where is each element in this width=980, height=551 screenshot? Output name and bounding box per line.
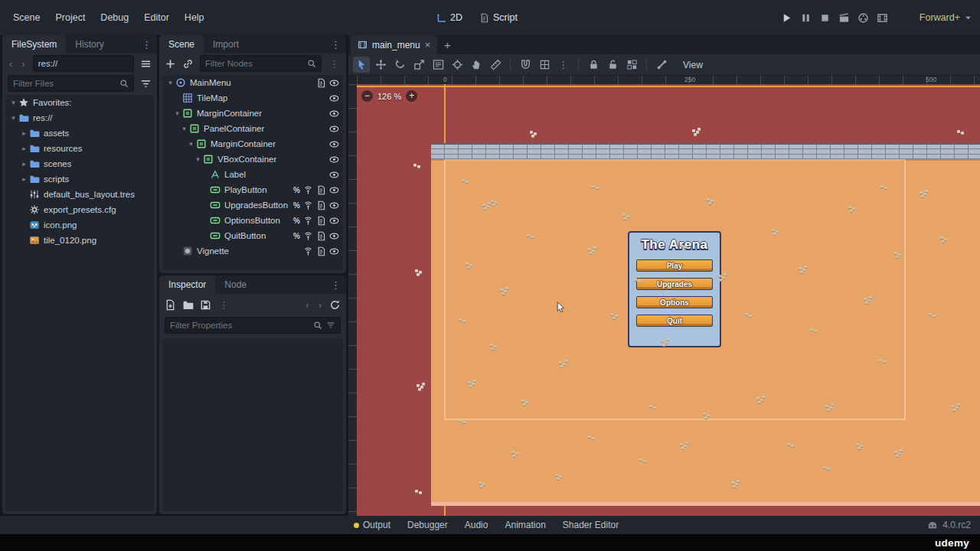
unique-name-icon[interactable]: % bbox=[293, 201, 300, 210]
filter-files-input[interactable]: Filter Files bbox=[8, 75, 134, 92]
current-path-box[interactable]: res:// bbox=[33, 55, 134, 72]
script-icon[interactable] bbox=[316, 201, 326, 210]
scene-node-tilemap[interactable]: TileMap bbox=[162, 90, 343, 106]
ruler-tool-button[interactable] bbox=[487, 57, 504, 73]
script-icon[interactable] bbox=[316, 246, 326, 256]
eye-icon[interactable] bbox=[329, 109, 339, 119]
object-properties-icon[interactable] bbox=[329, 299, 341, 311]
load-resource-icon[interactable] bbox=[182, 299, 194, 311]
scene-node-margincontainer[interactable]: ▾MarginContainer bbox=[162, 136, 343, 152]
file-item-export-presets-cfg[interactable]: export_presets.cfg bbox=[5, 202, 154, 217]
scene-node-panelcontainer[interactable]: ▾PanelContainer bbox=[162, 121, 343, 136]
history-back-icon[interactable]: ‹ bbox=[304, 299, 310, 311]
menu-scene[interactable]: Scene bbox=[6, 8, 47, 27]
signal-icon[interactable] bbox=[303, 231, 313, 241]
eye-icon[interactable] bbox=[329, 78, 339, 88]
scene-node-quitbutton[interactable]: QuitButton% bbox=[162, 228, 343, 243]
pause-button[interactable] bbox=[800, 12, 812, 24]
resource-menu-icon[interactable]: ⋮ bbox=[217, 299, 230, 311]
file-item-scripts[interactable]: ▸scripts bbox=[5, 171, 154, 187]
expander-icon[interactable]: ▾ bbox=[165, 79, 175, 86]
signal-icon[interactable] bbox=[303, 201, 313, 210]
eye-icon[interactable] bbox=[329, 124, 339, 134]
filter-properties-input[interactable]: Filter Properties bbox=[165, 317, 341, 334]
filesystem-tab-history[interactable]: History bbox=[66, 35, 113, 54]
movie-writer-button[interactable] bbox=[877, 12, 888, 24]
eye-icon[interactable] bbox=[329, 216, 339, 226]
eye-icon[interactable] bbox=[329, 185, 339, 195]
filter-nodes-input[interactable]: Filter Nodes bbox=[200, 55, 322, 72]
filesystem-tab-menu-icon[interactable]: ⋮ bbox=[136, 35, 157, 54]
group-button[interactable] bbox=[623, 57, 640, 73]
eye-icon[interactable] bbox=[329, 170, 339, 180]
expander-icon[interactable]: ▸ bbox=[19, 175, 29, 183]
script-icon[interactable] bbox=[316, 78, 326, 88]
add-node-icon[interactable] bbox=[165, 58, 176, 70]
save-resource-icon[interactable] bbox=[200, 299, 211, 311]
toggle-split-mode-icon[interactable] bbox=[140, 58, 152, 70]
list-select-button[interactable] bbox=[430, 57, 446, 73]
file-item-resources[interactable]: ▸resources bbox=[5, 141, 154, 156]
bottom-tab-shader-editor[interactable]: Shader Editor bbox=[563, 520, 619, 530]
menu-project[interactable]: Project bbox=[48, 8, 92, 27]
file-sort-icon[interactable] bbox=[140, 78, 152, 90]
scene-node-vboxcontainer[interactable]: ▾VBoxContainer bbox=[162, 152, 343, 167]
expander-icon[interactable]: ▾ bbox=[8, 99, 18, 106]
instance-scene-icon[interactable] bbox=[182, 58, 194, 70]
zoom-out-button[interactable]: − bbox=[361, 90, 373, 102]
scene-tab-main-menu[interactable]: main_menu × bbox=[351, 35, 437, 54]
play-custom-scene-button[interactable] bbox=[858, 12, 869, 24]
signal-icon[interactable] bbox=[303, 216, 313, 226]
scene-node-playbutton[interactable]: PlayButton% bbox=[162, 182, 343, 197]
grid-snap-button[interactable] bbox=[536, 57, 553, 73]
eye-icon[interactable] bbox=[329, 201, 339, 210]
filesystem-tab-filesystem[interactable]: FileSystem bbox=[2, 35, 66, 54]
pivot-tool-button[interactable] bbox=[449, 57, 466, 73]
eye-icon[interactable] bbox=[329, 139, 339, 149]
file-item-assets[interactable]: ▸assets bbox=[5, 126, 154, 141]
file-item-scenes[interactable]: ▸scenes bbox=[5, 156, 154, 171]
eye-icon[interactable] bbox=[329, 93, 339, 103]
add-scene-tab-button[interactable]: + bbox=[437, 35, 457, 54]
inspector-tab-menu-icon[interactable]: ⋮ bbox=[325, 276, 346, 294]
file-item-res-[interactable]: ▾res:// bbox=[5, 110, 154, 126]
menu-help[interactable]: Help bbox=[178, 8, 211, 27]
scene-node-optionsbutton[interactable]: OptionsButton% bbox=[162, 213, 343, 228]
expander-icon[interactable]: ▾ bbox=[179, 125, 189, 132]
canvas-2d[interactable]: The Arena PlayUpgradesOptionsQuit − 126 … bbox=[357, 84, 980, 516]
scene-menu-icon[interactable]: ⋮ bbox=[328, 58, 341, 70]
inspector-tab-node[interactable]: Node bbox=[215, 276, 256, 294]
expander-icon[interactable]: ▸ bbox=[19, 145, 29, 152]
eye-icon[interactable] bbox=[329, 231, 339, 241]
file-item-icon-png[interactable]: icon.png bbox=[5, 217, 154, 233]
nav-forward-icon[interactable]: › bbox=[20, 58, 26, 70]
context-tab-script[interactable]: Script bbox=[479, 12, 518, 23]
play-button[interactable] bbox=[781, 12, 792, 24]
bottom-tab-animation[interactable]: Animation bbox=[505, 520, 545, 530]
unique-name-icon[interactable]: % bbox=[293, 232, 300, 240]
zoom-level[interactable]: 126 % bbox=[377, 92, 401, 101]
expander-icon[interactable]: ▾ bbox=[193, 155, 203, 163]
eye-icon[interactable] bbox=[329, 246, 339, 256]
file-item-default-bus-layout-tres[interactable]: default_bus_layout.tres bbox=[5, 187, 154, 202]
expander-icon[interactable]: ▾ bbox=[8, 114, 18, 122]
context-tab-2d[interactable]: 2D bbox=[436, 12, 462, 23]
scene-tab-import[interactable]: Import bbox=[204, 35, 248, 54]
unlock-button[interactable] bbox=[604, 57, 621, 73]
expander-icon[interactable]: ▾ bbox=[186, 140, 196, 148]
unique-name-icon[interactable]: % bbox=[293, 186, 300, 194]
expander-icon[interactable]: ▸ bbox=[19, 129, 29, 137]
expander-icon[interactable]: ▸ bbox=[19, 160, 29, 168]
expander-icon[interactable]: ▾ bbox=[172, 109, 182, 117]
scene-node-margincontainer[interactable]: ▾MarginContainer bbox=[162, 106, 343, 121]
menu-debug[interactable]: Debug bbox=[93, 8, 136, 27]
scene-tab-scene[interactable]: Scene bbox=[159, 35, 204, 54]
file-item-tile-0120-png[interactable]: tile_0120.png bbox=[5, 233, 154, 248]
zoom-in-button[interactable]: + bbox=[406, 90, 417, 102]
scene-node-upgradesbutton[interactable]: UpgradesButton% bbox=[162, 197, 343, 213]
close-icon[interactable]: × bbox=[425, 39, 431, 51]
nav-back-icon[interactable]: ‹ bbox=[8, 58, 14, 70]
view-menu[interactable]: View bbox=[683, 60, 703, 70]
rotate-tool-button[interactable] bbox=[391, 57, 408, 73]
bottom-tab-debugger[interactable]: Debugger bbox=[407, 520, 448, 530]
